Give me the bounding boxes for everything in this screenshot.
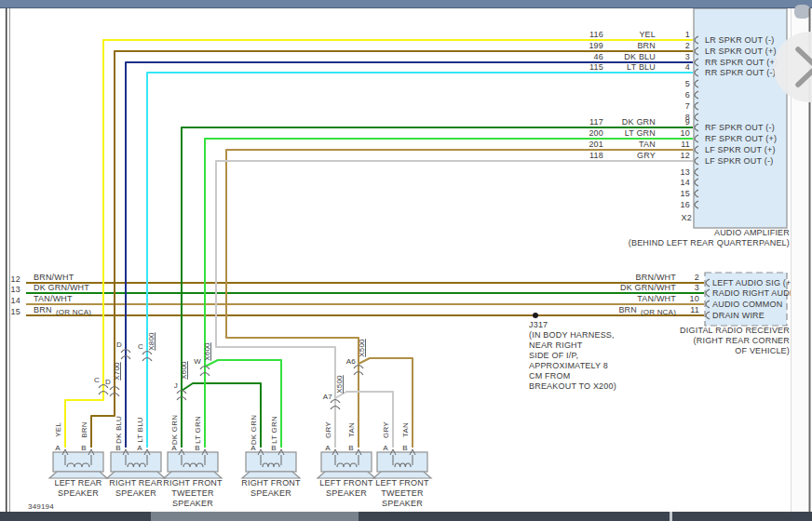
wire-name: DK GRN/WHT [34, 283, 89, 292]
left-pin-number: 14 [11, 296, 20, 305]
connector-id: X600 [203, 342, 211, 361]
terminal-id: A [137, 444, 142, 452]
left-border-inner [9, 8, 10, 512]
terminal-wire-color: LT GRN [270, 416, 278, 444]
terminal-id: A [325, 444, 331, 452]
terminal-wire-color: TAN [347, 422, 356, 437]
terminal-wire-color: TAN [401, 422, 410, 437]
splice-note-line: SIDE OF I/P, [529, 351, 578, 360]
circuit-number: 115 [589, 62, 603, 72]
splice-note-line: NEAR RIGHT [529, 341, 583, 350]
bottom-scrollbar-thumb[interactable] [151, 512, 359, 521]
pin-function: RR SPKR OUT (-) [705, 68, 776, 77]
speaker-name-line: RIGHT FRONT [163, 478, 223, 488]
terminal-wire-color: LT GRN [194, 416, 202, 444]
wire-name: BRN/WHT [636, 273, 677, 282]
circuit-number: 199 [589, 41, 603, 50]
top-bar-edge [0, 7, 812, 8]
wire-color-label: DK BLU [624, 52, 656, 61]
pin-number: 4 [685, 62, 690, 72]
connector-terminal: C [94, 376, 100, 384]
terminal-wire-color: DK GRN [250, 415, 258, 445]
speaker-name-line: RIGHT FRONT [241, 478, 301, 488]
wire-name: TAN/WHT [34, 294, 73, 303]
circuit-number: 46 [594, 52, 603, 61]
connector-id: X800 [147, 332, 156, 351]
terminal-id: A [383, 444, 388, 452]
splice-note-line: BREAKOUT TO X200) [529, 381, 616, 391]
circuit-number: 118 [589, 151, 603, 160]
pin-number: 9 [685, 117, 690, 127]
terminal-wire-color: DK BLU [115, 416, 123, 444]
terminal-wire-color: BRN [80, 421, 88, 438]
speaker-name-line: SPEAKER [115, 488, 156, 498]
left-pin-number: 13 [11, 285, 20, 294]
pin-function: LR SPKR OUT (+) [705, 47, 777, 56]
right-pin-number: 2 [695, 273, 699, 282]
wire-name-alt: (OR NCA) [641, 308, 676, 316]
pin-number: 10 [681, 128, 690, 138]
pin-number: 6 [685, 90, 690, 100]
splice-note-line: APPROXIMATELY 8 [529, 361, 608, 370]
connector-terminal: W [194, 357, 201, 366]
pin-function: AUDIO COMMON [712, 300, 782, 309]
circuit-number: 117 [589, 117, 603, 127]
left-pin-number: 12 [11, 274, 20, 284]
terminal-id: B [115, 444, 121, 452]
connector-terminal: A6 [346, 357, 357, 366]
speaker-name-line: LEFT FRONT [319, 478, 373, 488]
wire-color-label: YEL [639, 30, 656, 39]
pin-function: LEFT AUDIO SIG (+) [712, 278, 794, 287]
amplifier-name-line1: AUDIO AMPLIFIER [714, 228, 790, 237]
terminal-wire-color: GRY [324, 421, 332, 438]
pin-number: 5 [685, 79, 690, 88]
wire-name: BRN/WHT [34, 273, 74, 282]
pin-number: 2 [685, 41, 690, 50]
receiver-name-line3: OF VEHICLE) [735, 346, 790, 355]
connector-id: X600 [180, 361, 188, 380]
right-scrollbar-thumb[interactable] [794, 5, 810, 19]
pin-function: RF SPKR OUT (+) [705, 134, 777, 143]
right-pin-number: 10 [690, 294, 699, 303]
speaker-name-line: RIGHT REAR [109, 478, 163, 488]
pin-number: 1 [685, 30, 690, 39]
splice-note-line: CM FROM [529, 371, 570, 381]
terminal-id: B [348, 444, 354, 452]
right-pin-number: 11 [690, 305, 699, 314]
pin-number: 13 [681, 167, 690, 177]
wire-color-label: TAN [639, 140, 656, 149]
wire-name: BRN [618, 305, 637, 314]
connector-id: X500 [358, 339, 366, 357]
terminal-id: B [81, 444, 87, 452]
wire-color-label: DK GRN [622, 117, 656, 127]
terminal-id: B [195, 444, 200, 452]
connector-terminal: D [105, 378, 111, 386]
right-pin-number: 3 [695, 283, 699, 292]
speaker-name-line: TWEETER [381, 488, 424, 498]
speaker-name-line: SPEAKER [172, 499, 213, 508]
pin-number: 3 [685, 52, 690, 61]
splice-dot [533, 313, 538, 318]
circuit-number: 201 [589, 140, 603, 149]
pin-number: 11 [681, 140, 690, 149]
connector-terminal: J [174, 381, 178, 390]
amplifier-name-line2: (BEHIND LEFT REAR QUARTERPANEL) [629, 238, 790, 247]
wire-name: BRN [34, 305, 52, 314]
pin-function: LR SPKR OUT (-) [705, 35, 774, 45]
terminal-id: B [402, 444, 408, 452]
wire-color-label: LT BLU [627, 62, 656, 72]
connector-terminal: C [138, 342, 143, 351]
pin-number: 14 [681, 178, 690, 187]
left-border-outer [6, 8, 7, 512]
pin-number: 15 [681, 189, 690, 198]
amplifier-connector-id: X2 [682, 213, 692, 222]
terminal-wire-color: YEL [54, 422, 62, 437]
left-pin-number: 15 [11, 307, 20, 316]
wire-name-alt: (OR NCA) [56, 308, 91, 316]
bottom-scrollbar-track[interactable] [0, 512, 812, 521]
pin-function: LF SPKR OUT (+) [705, 145, 776, 154]
bottom-scrollbar-divider [670, 512, 672, 521]
pin-function: RADIO RIGHT AUDIO [712, 288, 799, 298]
receiver-name-line2: (RIGHT REAR CORNER [694, 336, 791, 345]
wire-color-label: BRN [637, 41, 656, 50]
